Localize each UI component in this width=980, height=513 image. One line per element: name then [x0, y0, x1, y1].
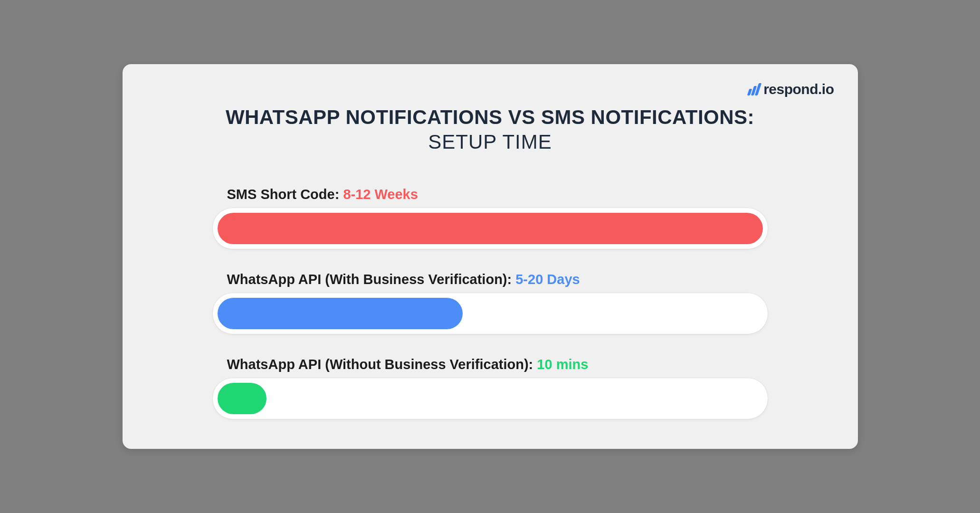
bar-label: WhatsApp API (With Business Verification…: [213, 272, 768, 287]
bar-value-label: 10 mins: [537, 357, 588, 372]
brand-name: respond.io: [763, 81, 834, 97]
brand-logo: respond.io: [748, 81, 834, 97]
bar-track: [213, 208, 768, 249]
bar-fill: [218, 213, 763, 244]
chart-bars: SMS Short Code: 8-12 Weeks WhatsApp API …: [213, 187, 768, 419]
bar-row-whatsapp-api-unverified: WhatsApp API (Without Business Verificat…: [213, 357, 768, 419]
bar-track: [213, 378, 768, 419]
bar-label: WhatsApp API (Without Business Verificat…: [213, 357, 768, 372]
bar-fill: [218, 298, 463, 329]
bar-category: WhatsApp API (With Business Verification…: [227, 272, 507, 287]
bar-track: [213, 293, 768, 334]
brand-logo-mark-icon: [748, 83, 760, 95]
chart-card: respond.io WHATSAPP NOTIFICATIONS VS SMS…: [123, 64, 858, 449]
bar-category: WhatsApp API (Without Business Verificat…: [227, 357, 529, 372]
bar-label: SMS Short Code: 8-12 Weeks: [213, 187, 768, 202]
chart-title: WHATSAPP NOTIFICATIONS VS SMS NOTIFICATI…: [142, 106, 839, 129]
chart-title-block: WHATSAPP NOTIFICATIONS VS SMS NOTIFICATI…: [142, 106, 839, 153]
bar-row-whatsapp-api-verified: WhatsApp API (With Business Verification…: [213, 272, 768, 334]
bar-row-sms-short-code: SMS Short Code: 8-12 Weeks: [213, 187, 768, 249]
bar-value-label: 8-12 Weeks: [343, 187, 418, 202]
bar-category: SMS Short Code: [227, 187, 335, 202]
chart-subtitle: SETUP TIME: [142, 131, 839, 153]
bar-value-label: 5-20 Days: [515, 272, 580, 287]
bar-fill: [218, 383, 266, 414]
